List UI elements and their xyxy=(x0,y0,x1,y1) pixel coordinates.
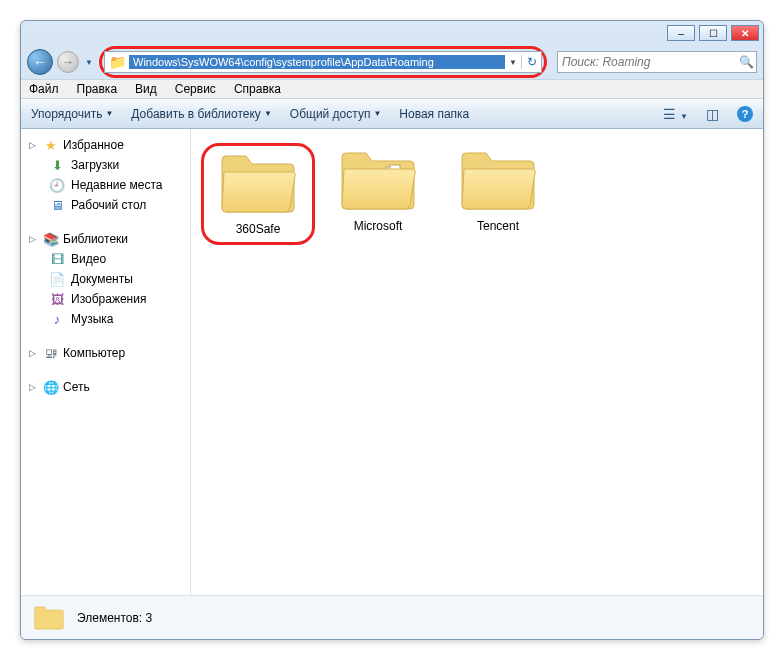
folder-item-360safe[interactable]: 360Safe xyxy=(201,143,315,245)
addressbar-highlight: 📁 Windows\SysWOW64\config\systemprofile\… xyxy=(99,46,547,78)
folder-item-tencent[interactable]: Tencent xyxy=(441,143,555,239)
navigation-pane: ▷★Избранное ⬇Загрузки 🕘Недавние места 🖥Р… xyxy=(21,129,191,595)
menu-file[interactable]: Файл xyxy=(29,82,59,96)
folder-icon xyxy=(458,149,538,213)
sidebar-item-downloads[interactable]: ⬇Загрузки xyxy=(21,155,190,175)
libraries-header[interactable]: ▷📚Библиотеки xyxy=(21,229,190,249)
search-input[interactable] xyxy=(558,55,736,69)
command-bar: Упорядочить ▼ Добавить в библиотеку ▼ Об… xyxy=(21,99,763,129)
preview-pane-icon[interactable]: ◫ xyxy=(706,106,719,122)
computer-icon: 🖳 xyxy=(43,345,59,361)
folder-label: Microsoft xyxy=(325,219,431,233)
folder-label: 360Safe xyxy=(208,222,308,236)
sidebar-item-desktop[interactable]: 🖥Рабочий стол xyxy=(21,195,190,215)
menu-view[interactable]: Вид xyxy=(135,82,157,96)
sidebar-item-recent[interactable]: 🕘Недавние места xyxy=(21,175,190,195)
folder-icon xyxy=(338,149,418,213)
folder-content[interactable]: 360Safe Microsoft Tencent xyxy=(191,129,763,595)
sidebar-item-images[interactable]: 🖼Изображения xyxy=(21,289,190,309)
sidebar-item-video[interactable]: 🎞Видео xyxy=(21,249,190,269)
close-button[interactable]: ✕ xyxy=(731,25,759,41)
address-dropdown[interactable]: ▼ xyxy=(505,58,521,67)
folder-icon xyxy=(218,152,298,216)
organize-button[interactable]: Упорядочить ▼ xyxy=(31,107,113,121)
document-icon: 📄 xyxy=(49,271,65,287)
help-icon[interactable]: ? xyxy=(737,106,753,122)
video-icon: 🎞 xyxy=(49,251,65,267)
new-folder-button[interactable]: Новая папка xyxy=(399,107,469,121)
share-button[interactable]: Общий доступ ▼ xyxy=(290,107,382,121)
downloads-icon: ⬇ xyxy=(49,157,65,173)
network-header[interactable]: ▷🌐Сеть xyxy=(21,377,190,397)
recent-icon: 🕘 xyxy=(49,177,65,193)
maximize-button[interactable]: ☐ xyxy=(699,25,727,41)
address-path[interactable]: Windows\SysWOW64\config\systemprofile\Ap… xyxy=(129,55,505,69)
explorer-window: – ☐ ✕ ← → ▼ 📁 Windows\SysWOW64\config\sy… xyxy=(20,20,764,640)
history-dropdown[interactable]: ▼ xyxy=(83,49,95,75)
minimize-button[interactable]: – xyxy=(667,25,695,41)
computer-header[interactable]: ▷🖳Компьютер xyxy=(21,343,190,363)
music-icon: ♪ xyxy=(49,311,65,327)
back-button[interactable]: ← xyxy=(27,49,53,75)
star-icon: ★ xyxy=(43,137,59,153)
folder-icon: 📁 xyxy=(108,53,126,71)
network-icon: 🌐 xyxy=(43,379,59,395)
navigation-row: ← → ▼ 📁 Windows\SysWOW64\config\systempr… xyxy=(21,45,763,79)
item-count: Элементов: 3 xyxy=(77,611,152,625)
main-body: ▷★Избранное ⬇Загрузки 🕘Недавние места 🖥Р… xyxy=(21,129,763,595)
favorites-header[interactable]: ▷★Избранное xyxy=(21,135,190,155)
folder-icon xyxy=(33,604,65,632)
images-icon: 🖼 xyxy=(49,291,65,307)
search-box[interactable]: 🔍 xyxy=(557,51,757,73)
titlebar: – ☐ ✕ xyxy=(21,21,763,45)
libraries-icon: 📚 xyxy=(43,231,59,247)
refresh-button[interactable]: ↻ xyxy=(521,55,541,69)
menu-edit[interactable]: Правка xyxy=(77,82,118,96)
menu-bar: Файл Правка Вид Сервис Справка xyxy=(21,79,763,99)
search-icon[interactable]: 🔍 xyxy=(736,55,756,69)
sidebar-item-music[interactable]: ♪Музыка xyxy=(21,309,190,329)
desktop-icon: 🖥 xyxy=(49,197,65,213)
view-options-icon[interactable]: ☰ ▼ xyxy=(663,106,688,122)
add-to-library-button[interactable]: Добавить в библиотеку ▼ xyxy=(131,107,271,121)
sidebar-item-documents[interactable]: 📄Документы xyxy=(21,269,190,289)
status-bar: Элементов: 3 xyxy=(21,595,763,639)
folder-item-microsoft[interactable]: Microsoft xyxy=(321,143,435,239)
menu-tools[interactable]: Сервис xyxy=(175,82,216,96)
menu-help[interactable]: Справка xyxy=(234,82,281,96)
folder-label: Tencent xyxy=(445,219,551,233)
forward-button[interactable]: → xyxy=(57,51,79,73)
address-bar[interactable]: 📁 Windows\SysWOW64\config\systemprofile\… xyxy=(104,51,542,73)
